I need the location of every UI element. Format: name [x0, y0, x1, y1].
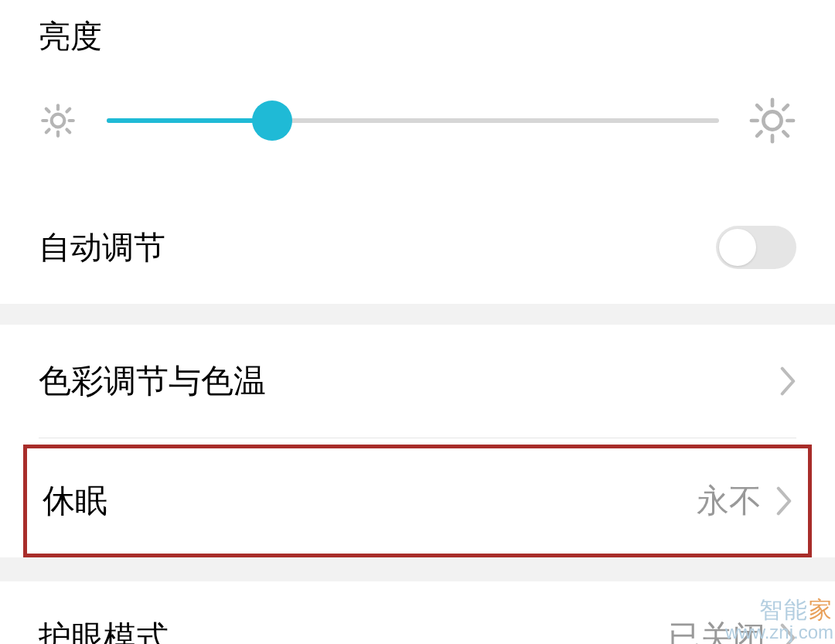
svg-point-0 — [52, 114, 65, 128]
sleep-row[interactable]: 休眠 永不 — [27, 448, 808, 554]
svg-line-12 — [757, 105, 761, 109]
brightness-high-icon — [748, 97, 796, 145]
sleep-value: 永不 — [697, 479, 762, 523]
svg-line-16 — [757, 131, 761, 135]
brightness-slider-row — [0, 97, 835, 145]
sleep-label: 休眠 — [43, 479, 107, 523]
brightness-label: 亮度 — [0, 15, 835, 58]
eye-care-label: 护眼模式 — [39, 616, 169, 644]
svg-line-7 — [46, 129, 49, 132]
svg-line-8 — [66, 109, 70, 112]
chevron-right-icon — [779, 366, 796, 397]
watermark: 智能家 www.znj.com — [725, 597, 833, 642]
svg-point-9 — [763, 111, 781, 129]
svg-line-13 — [783, 131, 787, 135]
auto-brightness-row[interactable]: 自动调节 — [0, 199, 835, 304]
auto-brightness-toggle[interactable] — [716, 226, 796, 269]
color-temperature-label: 色彩调节与色温 — [39, 359, 266, 403]
svg-line-17 — [783, 105, 787, 109]
brightness-slider[interactable] — [107, 99, 719, 142]
svg-line-3 — [46, 109, 49, 112]
sleep-highlight: 休眠 永不 — [23, 445, 812, 557]
brightness-low-icon — [39, 101, 77, 140]
color-temperature-row[interactable]: 色彩调节与色温 — [0, 325, 835, 438]
chevron-right-icon — [775, 486, 792, 516]
eye-care-row[interactable]: 护眼模式 已关闭 — [0, 581, 835, 644]
auto-brightness-label: 自动调节 — [39, 227, 165, 269]
svg-line-4 — [66, 129, 70, 132]
brightness-slider-thumb[interactable] — [252, 101, 292, 141]
